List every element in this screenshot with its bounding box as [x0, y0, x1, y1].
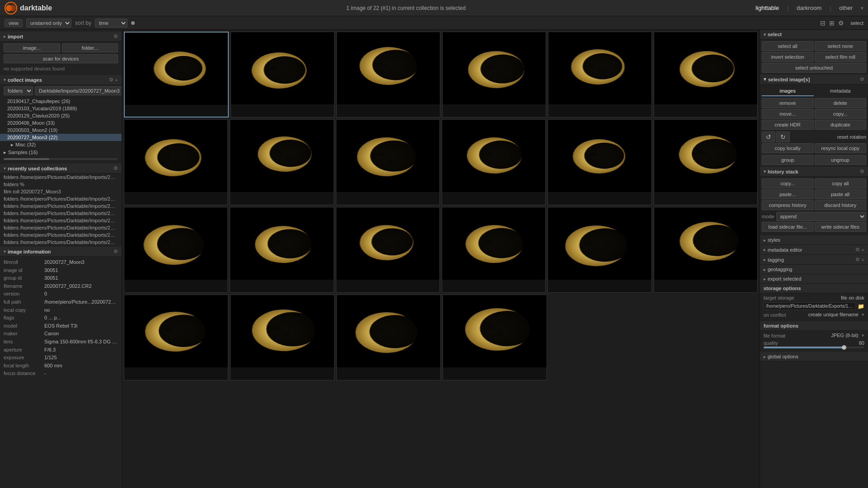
- group-btn[interactable]: group: [762, 155, 814, 165]
- grid-cell-20[interactable]: CR2: [230, 295, 335, 380]
- reset-rotation-btn[interactable]: reset rotation: [791, 134, 866, 140]
- recently-config[interactable]: ⚙: [113, 165, 118, 171]
- sort-select[interactable]: time filename rating: [95, 19, 127, 28]
- export-section[interactable]: ▸ export selected: [760, 274, 868, 284]
- grid-cell-3[interactable]: CR2: [336, 32, 440, 117]
- select-none-btn[interactable]: select none: [815, 41, 867, 51]
- select-film-roll-btn[interactable]: select film roll: [815, 52, 867, 62]
- image-import-btn[interactable]: image...: [4, 43, 60, 52]
- tagging-add[interactable]: +: [862, 257, 864, 263]
- recent-item[interactable]: folders %: [0, 181, 122, 188]
- recent-item[interactable]: folders /home/piero/Pictures/Darktable/I…: [0, 217, 122, 224]
- settings-icon[interactable]: ⚙: [837, 19, 845, 28]
- recent-item[interactable]: folders /home/piero/Pictures/Darktable/I…: [0, 195, 122, 202]
- recent-item[interactable]: folders /home/piero/Pictures/Darktable/I…: [0, 224, 122, 231]
- tagging-config[interactable]: ⚙: [855, 257, 860, 263]
- import-config[interactable]: ⚙: [113, 33, 118, 39]
- resync-local-copy-btn[interactable]: resync local copy: [815, 143, 867, 153]
- grid-cell-14[interactable]: CR2: [230, 207, 334, 293]
- grid-cell-22[interactable]: CR2: [443, 295, 547, 380]
- nav-dropdown[interactable]: ▾: [861, 5, 863, 11]
- recent-item[interactable]: folders /home/piero/Pictures/Darktable/I…: [0, 239, 122, 246]
- copy-all-btn[interactable]: copy all: [815, 178, 867, 188]
- folder-item[interactable]: 20190417_Chapultepec (26): [0, 98, 122, 105]
- grid-cell-1[interactable]: CR2: [124, 32, 229, 117]
- nav-darkroom[interactable]: darkroom: [792, 3, 826, 13]
- image-info-config[interactable]: ⚙: [113, 249, 118, 254]
- copy-btn[interactable]: copy...: [815, 109, 867, 119]
- create-hdr-btn[interactable]: create HDR: [762, 120, 814, 130]
- folder-item[interactable]: 20200503_Moon2 (19): [0, 127, 122, 134]
- paste-btn[interactable]: paste...: [762, 189, 814, 199]
- folder-item[interactable]: ▸Samples (16): [0, 149, 122, 156]
- recent-item[interactable]: folders /home/piero/Pictures/Darktable/I…: [0, 202, 122, 210]
- history-header[interactable]: ▾ history stack ⚙: [760, 167, 868, 177]
- history-config[interactable]: ⚙: [860, 169, 864, 174]
- grid-cell-8[interactable]: CR2: [230, 119, 334, 205]
- discard-history-btn[interactable]: discard history: [815, 200, 867, 210]
- load-sidecar-btn[interactable]: load sidecar file...: [762, 222, 814, 232]
- grid-cell-13[interactable]: CR2: [124, 207, 228, 293]
- collect-add[interactable]: +: [115, 77, 118, 83]
- zoom-in-icon[interactable]: ⊞: [828, 19, 835, 28]
- nav-lighttable[interactable]: lighttable: [751, 3, 783, 13]
- copy-locally-btn[interactable]: copy locally: [762, 143, 814, 153]
- metadata-config[interactable]: ⚙: [855, 247, 860, 253]
- nav-other[interactable]: other: [835, 3, 857, 13]
- image-info-header[interactable]: ▾ image information ⚙: [0, 247, 122, 257]
- duplicate-btn[interactable]: duplicate: [815, 120, 867, 130]
- recent-item[interactable]: folders /home/piero/Pictures/Darktable/I…: [0, 174, 122, 181]
- folder-import-btn[interactable]: folder...: [62, 43, 118, 52]
- collect-config[interactable]: ⚙: [109, 77, 113, 83]
- invert-selection-btn[interactable]: invert selection: [762, 52, 814, 62]
- styles-section[interactable]: ▸ styles: [760, 235, 868, 245]
- ungroup-btn[interactable]: ungroup: [815, 155, 867, 165]
- metadata-tab[interactable]: metadata: [815, 86, 867, 96]
- grid-cell-9[interactable]: CR2: [336, 119, 440, 205]
- folder-item[interactable]: 20200103_Yucatan2019 (1889): [0, 105, 122, 112]
- grid-cell-21[interactable]: CR2: [336, 295, 441, 380]
- move-btn[interactable]: move...: [762, 109, 814, 119]
- storage-path-icon[interactable]: 📁: [858, 303, 864, 310]
- filter-select[interactable]: unstarred only all starred: [26, 19, 71, 28]
- images-tab[interactable]: images: [762, 86, 814, 96]
- import-header[interactable]: ▸ import ⚙: [0, 32, 122, 42]
- grid-cell-17[interactable]: CR2: [547, 207, 651, 293]
- collect-header[interactable]: ▾ collect images ⚙ +: [0, 75, 122, 85]
- scan-btn[interactable]: scan for devices: [4, 54, 118, 63]
- grid-cell-12[interactable]: CR2: [654, 119, 758, 205]
- recently-header[interactable]: ▾ recently used collections ⚙: [0, 164, 122, 174]
- grid-cell-10[interactable]: CR2: [442, 119, 546, 205]
- collect-value-select[interactable]: Darktable/Imports/20200727_Moon3: [35, 86, 122, 95]
- tagging-section[interactable]: ▸ tagging ⚙ +: [760, 255, 868, 265]
- select-header[interactable]: ▾ select: [760, 30, 868, 39]
- grid-cell-16[interactable]: CR2: [442, 207, 546, 293]
- grid-cell-15[interactable]: CR2: [336, 207, 440, 293]
- folder-item-active[interactable]: 20200727_Moon3 (22): [0, 134, 122, 141]
- grid-cell-7[interactable]: CR2: [124, 119, 228, 205]
- copy-history-btn[interactable]: copy...: [762, 178, 814, 188]
- recent-item[interactable]: film roll 20200727_Moon3: [0, 188, 122, 195]
- collect-type-select[interactable]: folders film roll date: [4, 86, 33, 95]
- mode-select[interactable]: append overwrite: [776, 212, 866, 221]
- zoom-out-icon[interactable]: ⊟: [819, 19, 826, 28]
- compress-history-btn[interactable]: compress history: [762, 200, 814, 210]
- remove-btn[interactable]: remove: [762, 98, 814, 108]
- write-sidecar-btn[interactable]: write sidecar files: [815, 222, 867, 232]
- grid-cell-19[interactable]: CR2: [124, 295, 228, 380]
- view-btn[interactable]: view: [5, 19, 23, 27]
- paste-all-btn[interactable]: paste all: [815, 189, 867, 199]
- delete-btn[interactable]: delete: [815, 98, 867, 108]
- rotate-cw-btn[interactable]: ↻: [776, 131, 790, 142]
- grid-cell-5[interactable]: CR2: [548, 32, 652, 117]
- grid-cell-4[interactable]: CR2: [442, 32, 546, 117]
- folder-item[interactable]: 20200129_Clavius2020 (25): [0, 112, 122, 119]
- metadata-add[interactable]: +: [862, 247, 864, 253]
- grid-cell-2[interactable]: CR2: [231, 32, 335, 117]
- recent-item[interactable]: folders /home/piero/Pictures/Darktable/I…: [0, 210, 122, 217]
- grid-cell-6[interactable]: CR2: [654, 32, 758, 117]
- rotate-ccw-btn[interactable]: ↺: [762, 131, 775, 142]
- global-options-section[interactable]: ▸ global options: [760, 352, 868, 361]
- select-untouched-btn[interactable]: select untouched: [762, 63, 866, 73]
- select-all-btn[interactable]: select all: [762, 41, 814, 51]
